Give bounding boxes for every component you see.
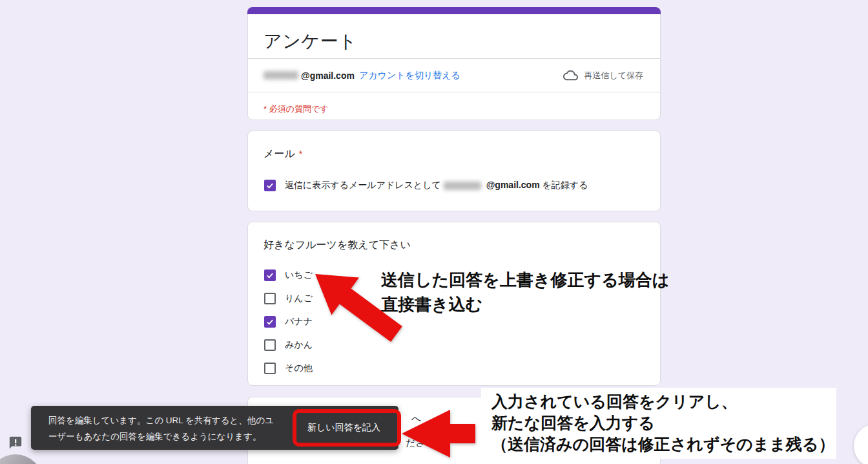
option-label: いちご xyxy=(285,269,313,281)
annotation-line: 直接書き込む xyxy=(381,292,669,317)
checkbox[interactable] xyxy=(264,293,276,304)
question-title-text: メール xyxy=(264,148,295,159)
option-banana[interactable]: バナナ xyxy=(264,310,313,333)
question-card-email: メール* 返信に表示するメールアドレスとして @gmail.com を記録する xyxy=(247,131,661,211)
annotation-line: （送信済みの回答は修正されずそのまま残る） xyxy=(491,434,834,455)
record-email-option[interactable]: 返信に表示するメールアドレスとして @gmail.com を記録する xyxy=(264,180,588,191)
switch-account-link[interactable]: アカウントを切り替える xyxy=(359,70,460,81)
checkbox[interactable] xyxy=(264,180,276,191)
redacted-email-username xyxy=(264,71,298,79)
annotation-background: 入力されている回答をクリアし、 新たな回答を入力する （送信済みの回答は修正され… xyxy=(481,388,836,459)
option-label: バナナ xyxy=(285,316,313,328)
question-title: 好きなフルーツを教えて下さい xyxy=(264,238,411,252)
form-header-card: アンケート @gmail.com アカウントを切り替える 再送信して保存 * 必… xyxy=(247,7,661,120)
snackbar-message-line: ーザーもあなたの回答を編集できるようになります。 xyxy=(48,428,274,445)
account-email-domain: @gmail.com xyxy=(301,70,355,81)
form-title: アンケート xyxy=(264,29,357,54)
cut-off-bottom-left-circle xyxy=(0,454,43,464)
checkbox[interactable] xyxy=(264,339,276,351)
option-label: その他 xyxy=(285,363,313,374)
option-ichigo[interactable]: いちご xyxy=(264,264,313,287)
overwrite-annotation: 送信した回答を上書き修正する場合は 直接書き込む xyxy=(381,268,669,317)
checkbox[interactable] xyxy=(264,363,276,374)
snackbar-message-line: 回答を編集しています。この URL を共有すると、他のユ xyxy=(48,412,274,428)
report-abuse-icon[interactable] xyxy=(8,436,23,450)
cloud-icon xyxy=(563,68,578,83)
account-row: @gmail.com アカウントを切り替える 再送信して保存 xyxy=(248,58,660,92)
new-response-annotation: 入力されている回答をクリアし、 新たな回答を入力する （送信済みの回答は修正され… xyxy=(491,391,834,455)
hidden-text-fragment: ださい xyxy=(406,437,435,449)
annotation-line: 送信した回答を上書き修正する場合は xyxy=(381,268,669,292)
edit-mode-snackbar: 回答を編集しています。この URL を共有すると、他のユ ーザーもあなたの回答を… xyxy=(31,406,398,450)
save-status-label: 再送信して保存 xyxy=(584,70,643,81)
cut-off-floating-circle xyxy=(854,424,868,464)
save-status: 再送信して保存 xyxy=(563,68,643,83)
google-form-page: アンケート @gmail.com アカウントを切り替える 再送信して保存 * 必… xyxy=(0,0,868,464)
redacted-email-username xyxy=(444,182,481,190)
option-label-prefix: 返信に表示するメールアドレスとして xyxy=(285,180,441,190)
option-mikan[interactable]: みかん xyxy=(264,333,313,357)
checkbox[interactable] xyxy=(264,269,276,281)
theme-accent-bar xyxy=(247,7,661,14)
option-email-domain: @gmail.com xyxy=(486,180,540,190)
option-label: りんご xyxy=(285,293,313,304)
hidden-text-fragment: へ xyxy=(411,413,421,425)
checkbox[interactable] xyxy=(264,316,276,328)
required-asterisk: * xyxy=(299,149,302,159)
annotation-line: 新たな回答を入力する xyxy=(491,412,834,434)
option-label: 返信に表示するメールアドレスとして @gmail.com を記録する xyxy=(285,180,588,191)
required-note: * 必須の質問です xyxy=(264,103,329,115)
question-title: メール* xyxy=(264,147,302,161)
option-label: みかん xyxy=(285,339,313,351)
option-label-suffix: を記録する xyxy=(542,180,588,190)
checkbox-option-list: いちご りんご バナナ みかん その他 xyxy=(264,264,313,380)
annotation-line: 入力されている回答をクリアし、 xyxy=(491,391,834,412)
option-ringo[interactable]: りんご xyxy=(264,287,313,310)
snackbar-message: 回答を編集しています。この URL を共有すると、他のユ ーザーもあなたの回答を… xyxy=(48,412,274,445)
new-response-button[interactable]: 新しい回答を記入 xyxy=(297,415,391,441)
option-sonota[interactable]: その他 xyxy=(264,357,313,380)
